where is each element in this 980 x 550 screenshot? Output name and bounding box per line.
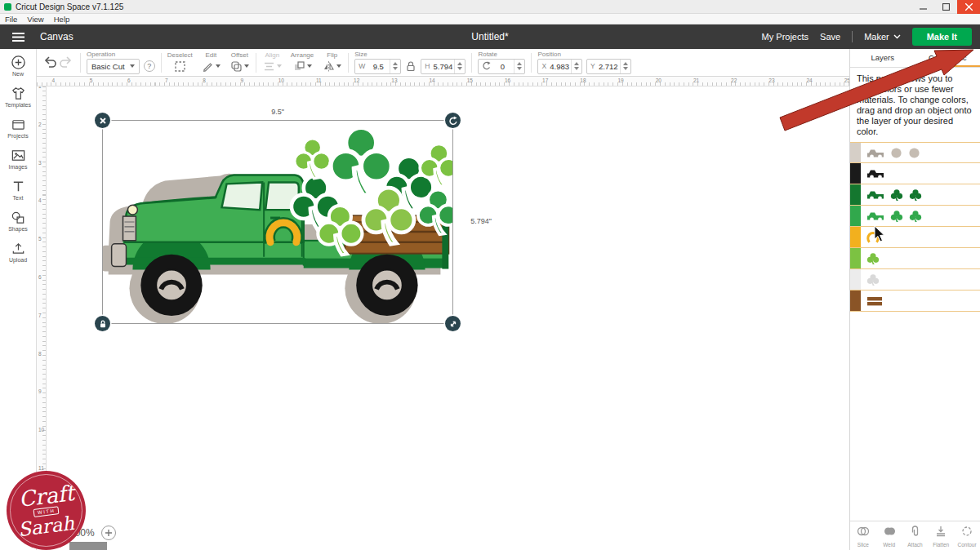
- operation-select[interactable]: Basic Cut: [87, 59, 140, 74]
- sidebar-item-images[interactable]: Images: [0, 146, 36, 171]
- tab-layers[interactable]: Layers: [850, 49, 915, 67]
- layer-thumbnail-truck[interactable]: [866, 147, 884, 159]
- redo-button[interactable]: [58, 54, 74, 72]
- save-link[interactable]: Save: [820, 32, 840, 42]
- rotate-arrow-icon: [448, 116, 458, 126]
- selection-box[interactable]: 9.5" 5.794": [102, 120, 453, 324]
- color-sync-row[interactable]: [850, 248, 980, 269]
- rotate-stepper[interactable]: [514, 60, 524, 73]
- rotate-handle[interactable]: [445, 113, 461, 128]
- color-sync-row[interactable]: [850, 206, 980, 227]
- layer-thumbnail-truck[interactable]: [866, 189, 884, 201]
- sidebar-item-new[interactable]: New: [0, 53, 36, 78]
- action-flatten[interactable]: Flatten: [928, 521, 954, 550]
- truck-image[interactable]: [103, 121, 452, 323]
- sidebar-item-shapes[interactable]: Shapes: [0, 208, 36, 233]
- sidebar-item-upload[interactable]: Upload: [0, 239, 36, 264]
- maximize-button[interactable]: [934, 0, 957, 14]
- layer-thumbnail-truck[interactable]: [866, 210, 884, 222]
- resize-handle[interactable]: [445, 316, 461, 331]
- position-x-input[interactable]: X 4.983: [537, 59, 582, 74]
- layer-thumbnail-shamrock[interactable]: [866, 273, 880, 286]
- action-weld[interactable]: Weld: [876, 521, 902, 550]
- sidebar-item-projects[interactable]: Projects: [0, 115, 36, 140]
- layer-thumbnail-circle[interactable]: [908, 147, 920, 159]
- action-contour[interactable]: Contour: [954, 521, 980, 550]
- color-sync-row[interactable]: [850, 163, 980, 184]
- height-stepper[interactable]: [454, 60, 465, 73]
- flip-icon: [323, 60, 335, 73]
- layer-thumbnail-shamrock[interactable]: [909, 210, 922, 223]
- layer-thumbnail-shamrock[interactable]: [890, 210, 903, 223]
- canvas-area[interactable]: 45678910111213141516171819202122232425 1…: [37, 77, 849, 550]
- machine-selector[interactable]: Maker: [864, 32, 901, 42]
- tab-color-sync[interactable]: Color Sync: [915, 49, 980, 67]
- height-input[interactable]: H 5.794: [421, 59, 466, 74]
- maximize-icon: [942, 3, 950, 11]
- layer-thumbnail-shamrock[interactable]: [866, 252, 880, 265]
- layer-thumbnail-bed[interactable]: [866, 295, 883, 307]
- document-title[interactable]: Untitled*: [471, 31, 508, 42]
- layer-thumbnail-shamrock[interactable]: [909, 189, 922, 202]
- action-label: Slice: [858, 542, 869, 548]
- flip-button[interactable]: [322, 60, 342, 73]
- hamburger-icon: [11, 32, 25, 42]
- layer-thumbnail-circle[interactable]: [890, 147, 902, 159]
- selection-width-label: 9.5": [103, 108, 452, 116]
- menu-file[interactable]: File: [5, 15, 17, 24]
- resize-arrow-icon: [448, 319, 458, 329]
- position-x-stepper[interactable]: [571, 60, 581, 73]
- position-y-prefix: Y: [587, 62, 597, 70]
- position-y-input[interactable]: Y 2.712: [586, 59, 631, 74]
- scrollbar-fragment[interactable]: [69, 542, 107, 550]
- zoom-in-button[interactable]: [101, 526, 116, 540]
- color-sync-row[interactable]: [850, 142, 980, 163]
- offset-button[interactable]: [229, 60, 250, 73]
- action-slice[interactable]: Slice: [850, 521, 876, 550]
- lock-icon[interactable]: [405, 60, 416, 72]
- menu-help[interactable]: Help: [54, 15, 70, 24]
- menu-view[interactable]: View: [27, 15, 43, 24]
- operation-label: Operation: [87, 51, 115, 58]
- layer-thumbnail-shamrock[interactable]: [890, 189, 903, 202]
- arrange-button[interactable]: [292, 60, 313, 73]
- width-stepper[interactable]: [390, 60, 400, 73]
- new-icon: [11, 55, 26, 70]
- minimize-button[interactable]: [911, 0, 934, 14]
- color-sync-row[interactable]: [850, 291, 980, 312]
- my-projects-link[interactable]: My Projects: [762, 32, 808, 42]
- ruler-number: 9: [38, 388, 42, 394]
- panel-tabs: LayersColor Sync: [850, 49, 980, 68]
- slice-icon: [857, 525, 870, 541]
- help-button[interactable]: ?: [144, 60, 155, 72]
- templates-icon: [11, 86, 26, 101]
- color-sync-row[interactable]: [850, 184, 980, 206]
- make-it-button[interactable]: Make It: [912, 28, 972, 46]
- color-sync-row[interactable]: [850, 269, 980, 291]
- lock-handle[interactable]: [95, 316, 110, 331]
- rotate-input[interactable]: 0: [478, 59, 525, 74]
- action-attach[interactable]: Attach: [902, 521, 929, 550]
- edit-button[interactable]: [201, 60, 221, 73]
- deselect-label: Deselect: [167, 52, 193, 59]
- sidebar-item-templates[interactable]: Templates: [0, 84, 36, 109]
- position-y-stepper[interactable]: [620, 60, 630, 73]
- watermark-top: Craft: [17, 482, 74, 508]
- hamburger-menu-button[interactable]: [0, 24, 37, 49]
- color-sync-row[interactable]: [850, 227, 980, 248]
- shapes-icon: [11, 210, 26, 225]
- close-button[interactable]: [957, 0, 980, 14]
- ruler-number: 12: [354, 78, 359, 83]
- sidebar-item-text[interactable]: Text: [0, 177, 36, 202]
- width-input[interactable]: W 9.5: [354, 59, 401, 74]
- flatten-icon: [934, 525, 947, 541]
- layer-thumbnail-truck[interactable]: [866, 167, 884, 180]
- align-button[interactable]: [262, 60, 283, 73]
- undo-icon: [43, 55, 56, 68]
- remove-handle[interactable]: [95, 113, 110, 128]
- layer-thumbnail-horseshoe[interactable]: [866, 231, 880, 244]
- undo-button[interactable]: [42, 54, 58, 72]
- ruler-number: 23: [768, 78, 774, 83]
- ruler-number: 22: [731, 78, 737, 83]
- deselect-button[interactable]: [173, 60, 187, 73]
